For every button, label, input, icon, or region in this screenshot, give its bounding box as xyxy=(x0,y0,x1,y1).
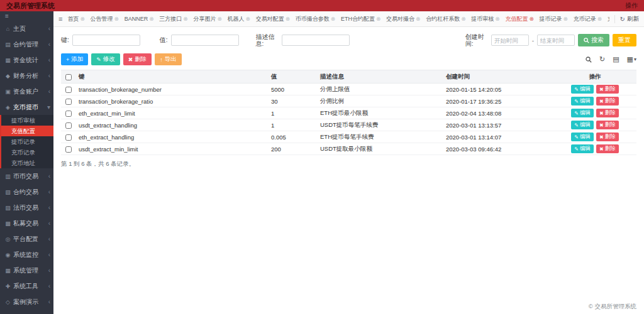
sidebar-subitem[interactable]: 提币记录 xyxy=(1,136,53,147)
sidebar-subitem[interactable]: 提币审核 xyxy=(1,115,53,126)
sidebar-item[interactable]: ⌂主页‹ xyxy=(0,21,53,36)
system-icon: ▦ xyxy=(4,268,11,274)
tab[interactable]: 公告管理⊗ xyxy=(91,15,119,23)
row-delete-button[interactable]: ✖删除 xyxy=(596,97,619,106)
sidebar-toggle[interactable]: ≡ xyxy=(0,11,53,21)
row-checkbox[interactable] xyxy=(65,111,72,117)
sidebar-subitem[interactable]: 充币记录 xyxy=(1,147,53,158)
sidebar-item[interactable]: ▦资金统计‹ xyxy=(0,52,53,68)
sidebar-item[interactable]: ◎平台配置‹ xyxy=(0,231,53,247)
tab-close-icon[interactable]: ⊗ xyxy=(564,16,568,22)
row-delete-button[interactable]: ✖删除 xyxy=(596,85,619,94)
tab-close-icon[interactable]: ⊗ xyxy=(331,16,335,22)
sidebar-item[interactable]: ◈充币提币▾ xyxy=(0,99,53,115)
tab-close-icon[interactable]: ⊗ xyxy=(376,16,380,22)
sidebar-item[interactable]: ▨法币交易‹ xyxy=(0,200,53,215)
row-checkbox[interactable] xyxy=(65,87,72,93)
export-button[interactable]: ↑ 导出 xyxy=(155,53,182,65)
tab[interactable]: 交易对撮合⊗ xyxy=(386,15,420,23)
refresh-button[interactable]: ↻ 刷新 xyxy=(614,15,639,23)
tab-close-icon[interactable]: ⊗ xyxy=(416,16,420,22)
start-time-input[interactable] xyxy=(491,35,529,46)
tab-label: BANNER xyxy=(125,16,148,22)
tab[interactable]: 机器人⊗ xyxy=(228,15,250,23)
sidebar: ≡ ⌂主页‹▤合约管理‹▦资金统计‹◆财务分析‹▣资金账户‹◈充币提币▾提币审核… xyxy=(0,11,53,314)
time-separator: - xyxy=(532,37,534,44)
hamburger-icon[interactable]: ≡ xyxy=(58,15,62,23)
sidebar-item[interactable]: ▤合约管理‹ xyxy=(0,36,53,52)
tab-close-icon[interactable]: ⊗ xyxy=(80,16,84,22)
row-delete-button[interactable]: ✖删除 xyxy=(596,121,619,129)
search-button[interactable]: 搜索 xyxy=(578,34,609,46)
tab[interactable]: 分享图片⊗ xyxy=(193,15,221,23)
row-checkbox[interactable] xyxy=(65,122,72,129)
page-panel: 键: 值: 描述信息: 创建时间: - 搜索 xyxy=(53,27,644,314)
column-header: 操作 xyxy=(553,70,636,84)
sidebar-item[interactable]: ▩私募交易‹ xyxy=(0,215,53,231)
tab[interactable]: 充币记录⊗ xyxy=(574,15,602,23)
row-check-cell xyxy=(61,143,76,155)
row-delete-button[interactable]: ✖删除 xyxy=(596,144,619,153)
sidebar-item[interactable]: ✚系统工具‹ xyxy=(0,278,53,294)
tab-close-icon[interactable]: ⊗ xyxy=(495,16,499,22)
tab-close-icon[interactable]: ⊗ xyxy=(217,16,221,22)
header-actions-menu[interactable]: 操作 xyxy=(625,1,638,10)
sidebar-item[interactable]: ◉系统监控‹ xyxy=(0,247,53,263)
x-icon: ✖ xyxy=(599,122,604,128)
row-checkbox[interactable] xyxy=(65,134,72,141)
tab-close-icon[interactable]: ⊗ xyxy=(114,16,119,22)
end-time-input[interactable] xyxy=(537,35,575,46)
row-edit-button[interactable]: ✎编辑 xyxy=(571,109,594,117)
row-edit-button[interactable]: ✎编辑 xyxy=(571,133,594,141)
table-row: transaction_brokerage_ratio30分佣比例2020-01… xyxy=(61,95,636,107)
refresh-icon[interactable]: ↻ xyxy=(599,55,605,63)
tab-label: 充币记录 xyxy=(574,15,596,23)
reset-button[interactable]: 重置 xyxy=(613,34,636,46)
tab[interactable]: 提币审核⊗ xyxy=(471,15,499,23)
row-edit-button[interactable]: ✎编辑 xyxy=(571,144,594,153)
search-icon[interactable] xyxy=(586,57,592,63)
sidebar-item[interactable]: ◇案例演示‹ xyxy=(0,294,53,310)
tab[interactable]: 提币记录⊗ xyxy=(540,15,568,23)
row-edit-button[interactable]: ✎编辑 xyxy=(571,85,594,94)
tab-close-icon[interactable]: ⊗ xyxy=(461,16,465,22)
desc-input[interactable] xyxy=(282,35,350,46)
row-delete-button[interactable]: ✖删除 xyxy=(596,133,619,141)
tab[interactable]: 合约杠杆系数⊗ xyxy=(426,15,465,23)
delete-button[interactable]: ✖ 删除 xyxy=(123,53,152,65)
sidebar-item[interactable]: ▣资金账户‹ xyxy=(0,84,53,99)
sidebar-item[interactable]: ◆财务分析‹ xyxy=(0,68,53,84)
tab-close-icon[interactable]: ⊗ xyxy=(183,16,187,22)
columns-icon[interactable]: ▦ ▾ xyxy=(627,55,636,63)
row-delete-button[interactable]: ✖删除 xyxy=(596,109,619,117)
tab[interactable]: 三方接口⊗ xyxy=(159,15,187,23)
select-all-checkbox[interactable] xyxy=(65,74,72,80)
tab-close-icon[interactable]: ⊗ xyxy=(597,16,602,22)
tab[interactable]: BANNER⊗ xyxy=(125,16,154,22)
search-button-label: 搜索 xyxy=(591,36,604,45)
row-edit-button[interactable]: ✎编辑 xyxy=(571,97,594,106)
sidebar-item[interactable]: ▥币币交易‹ xyxy=(0,168,53,184)
tab-close-icon[interactable]: ⊗ xyxy=(246,16,250,22)
tab[interactable]: 交易对配置⊗ xyxy=(256,15,290,23)
row-checkbox[interactable] xyxy=(65,146,72,153)
tab-close-icon[interactable]: ⊗ xyxy=(149,16,153,22)
toggle-view-icon[interactable]: ▤ xyxy=(613,55,619,63)
tab-close-icon[interactable]: ⊗ xyxy=(529,16,533,22)
key-input[interactable] xyxy=(72,35,140,46)
sidebar-item[interactable]: ▧合约交易‹ xyxy=(0,184,53,200)
sidebar-subitem[interactable]: 充币地址 xyxy=(1,158,53,168)
tab-close-icon[interactable]: ⊗ xyxy=(286,16,290,22)
tab[interactable]: 首页⊗ xyxy=(67,15,84,23)
sidebar-item[interactable]: ▦系统管理‹ xyxy=(0,263,53,278)
sidebar-subitem[interactable]: 充值配置 xyxy=(1,126,53,136)
row-checkbox[interactable] xyxy=(65,99,72,105)
tab[interactable]: 充币地址⊗ xyxy=(608,15,609,23)
tab[interactable]: ETH合约配置⊗ xyxy=(341,15,380,23)
tab[interactable]: 充值配置⊗ xyxy=(505,15,533,23)
tab[interactable]: 币币撮合参数⊗ xyxy=(296,15,335,23)
add-button[interactable]: + 添加 xyxy=(61,53,88,65)
row-edit-button[interactable]: ✎编辑 xyxy=(571,121,594,129)
value-input[interactable] xyxy=(171,35,239,46)
edit-button[interactable]: ✎ 修改 xyxy=(91,53,120,65)
